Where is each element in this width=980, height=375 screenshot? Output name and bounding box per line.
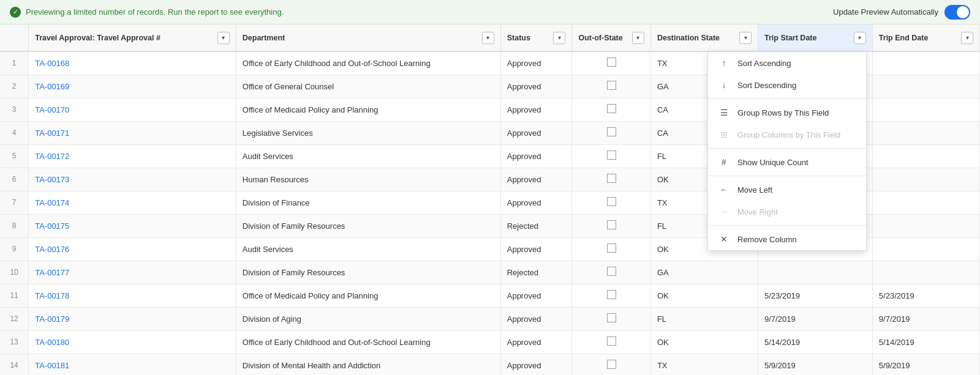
status-value: Approved bbox=[500, 121, 572, 144]
col-header-rownum bbox=[0, 24, 29, 51]
col-header-department: Department ▾ bbox=[236, 24, 500, 51]
remove-column-item[interactable]: ✕ Remove Column bbox=[708, 228, 866, 250]
checkbox-icon[interactable] bbox=[607, 81, 616, 90]
trip-end-date-value: 9/7/2019 bbox=[872, 307, 979, 330]
group-columns-label: Group Columns by This Field bbox=[737, 130, 840, 139]
out-of-state-checkbox[interactable] bbox=[572, 75, 650, 98]
dropdown-divider-1 bbox=[708, 98, 866, 99]
travel-approval-number[interactable]: TA-00179 bbox=[29, 307, 236, 330]
row-number: 4 bbox=[0, 121, 29, 144]
row-number: 12 bbox=[0, 307, 29, 330]
out-of-state-checkbox[interactable] bbox=[572, 237, 650, 261]
travel-approval-number[interactable]: TA-00177 bbox=[29, 261, 236, 284]
out-of-state-checkbox[interactable] bbox=[572, 191, 650, 214]
checkbox-icon[interactable] bbox=[607, 336, 616, 346]
checkbox-icon[interactable] bbox=[607, 58, 616, 67]
trip-end-date-value bbox=[872, 144, 979, 168]
status-value: Approved bbox=[500, 98, 572, 121]
trip-end-date-value bbox=[872, 168, 979, 191]
update-preview-toggle[interactable] bbox=[944, 5, 970, 20]
destination-state-value: TX bbox=[650, 354, 758, 375]
department-value: Audit Services bbox=[236, 144, 500, 168]
dropdown-divider-3 bbox=[708, 176, 866, 176]
department-filter-btn[interactable]: ▾ bbox=[482, 32, 494, 44]
dropdown-divider-4 bbox=[708, 225, 866, 226]
destination-state-filter-btn[interactable]: ▾ bbox=[739, 32, 752, 44]
travel-approval-number[interactable]: TA-00178 bbox=[29, 284, 236, 307]
sort-descending-item[interactable]: ↓ Sort Descending bbox=[708, 74, 866, 96]
move-left-item[interactable]: ← Move Left bbox=[708, 179, 866, 201]
checkbox-icon[interactable] bbox=[607, 220, 616, 229]
status-value: Approved bbox=[500, 168, 572, 191]
group-rows-item[interactable]: ☰ Group Rows by This Field bbox=[708, 102, 866, 124]
col-header-trip-end-date: Trip End Date ▾ bbox=[872, 24, 979, 51]
travel-approval-number[interactable]: TA-00169 bbox=[29, 75, 236, 98]
trip-end-date-value bbox=[872, 75, 979, 98]
department-value: Division of Finance bbox=[236, 191, 500, 214]
checkbox-icon[interactable] bbox=[607, 127, 616, 136]
travel-approval-number[interactable]: TA-00180 bbox=[29, 330, 236, 354]
travel-approval-number[interactable]: TA-00173 bbox=[29, 168, 236, 191]
travel-approval-number[interactable]: TA-00176 bbox=[29, 237, 236, 261]
destination-state-value: GA bbox=[650, 261, 758, 284]
travel-approval-number[interactable]: TA-00172 bbox=[29, 144, 236, 168]
checkbox-icon[interactable] bbox=[607, 243, 616, 253]
checkbox-icon[interactable] bbox=[607, 197, 616, 206]
status-value: Approved bbox=[500, 330, 572, 354]
trip-start-date-value bbox=[758, 261, 873, 284]
checkbox-icon[interactable] bbox=[607, 174, 616, 183]
row-number: 2 bbox=[0, 75, 29, 98]
out-of-state-filter-btn[interactable]: ▾ bbox=[632, 32, 644, 44]
trip-end-date-value bbox=[872, 237, 979, 261]
unique-count-icon: # bbox=[718, 157, 730, 167]
out-of-state-checkbox[interactable] bbox=[572, 168, 650, 191]
department-value: Office of Early Childhood and Out-of-Sch… bbox=[236, 330, 500, 354]
out-of-state-checkbox[interactable] bbox=[572, 98, 650, 121]
remove-column-label: Remove Column bbox=[737, 235, 797, 244]
group-rows-icon: ☰ bbox=[718, 108, 730, 117]
trip-start-date-filter-btn[interactable]: ▾ bbox=[854, 32, 866, 44]
out-of-state-checkbox[interactable] bbox=[572, 121, 650, 144]
row-number: 14 bbox=[0, 354, 29, 375]
checkbox-icon[interactable] bbox=[607, 150, 616, 160]
trip-end-date-value bbox=[872, 51, 979, 75]
status-value: Approved bbox=[500, 191, 572, 214]
sort-ascending-item[interactable]: ↑ Sort Ascending bbox=[708, 52, 866, 74]
trip-start-date-value: 5/23/2019 bbox=[758, 284, 873, 307]
travel-approval-number[interactable]: TA-00170 bbox=[29, 98, 236, 121]
out-of-state-checkbox[interactable] bbox=[572, 214, 650, 237]
checkbox-icon[interactable] bbox=[607, 313, 616, 322]
checkbox-icon[interactable] bbox=[607, 267, 616, 276]
out-of-state-checkbox[interactable] bbox=[572, 354, 650, 375]
show-unique-count-item[interactable]: # Show Unique Count bbox=[708, 151, 866, 173]
checkbox-icon[interactable] bbox=[607, 360, 616, 369]
sort-ascending-icon: ↑ bbox=[718, 58, 730, 68]
sort-descending-label: Sort Descending bbox=[737, 81, 796, 90]
out-of-state-checkbox[interactable] bbox=[572, 284, 650, 307]
checkbox-icon[interactable] bbox=[607, 104, 616, 113]
checkbox-icon[interactable] bbox=[607, 290, 616, 299]
travel-approval-number[interactable]: TA-00174 bbox=[29, 191, 236, 214]
move-right-item: → Move Right bbox=[708, 201, 866, 223]
row-number: 1 bbox=[0, 51, 29, 75]
out-of-state-checkbox[interactable] bbox=[572, 51, 650, 75]
department-value: Office of Medicaid Policy and Planning bbox=[236, 284, 500, 307]
travel-approval-number[interactable]: TA-00168 bbox=[29, 51, 236, 75]
trip-end-date-filter-btn[interactable]: ▾ bbox=[961, 32, 973, 44]
out-of-state-checkbox[interactable] bbox=[572, 307, 650, 330]
row-number: 10 bbox=[0, 261, 29, 284]
out-of-state-checkbox[interactable] bbox=[572, 330, 650, 354]
out-of-state-checkbox[interactable] bbox=[572, 144, 650, 168]
travel-approval-number[interactable]: TA-00181 bbox=[29, 354, 236, 375]
out-of-state-checkbox[interactable] bbox=[572, 261, 650, 284]
trip-end-date-value bbox=[872, 191, 979, 214]
travel-approval-number[interactable]: TA-00171 bbox=[29, 121, 236, 144]
status-value: Rejected bbox=[500, 261, 572, 284]
trip-end-date-value bbox=[872, 261, 979, 284]
row-number: 11 bbox=[0, 284, 29, 307]
travel-approval-filter-btn[interactable]: ▾ bbox=[217, 32, 230, 44]
status-filter-btn[interactable]: ▾ bbox=[553, 32, 565, 44]
trip-end-date-value: 5/9/2019 bbox=[872, 354, 979, 375]
destination-state-value: FL bbox=[650, 307, 758, 330]
travel-approval-number[interactable]: TA-00175 bbox=[29, 214, 236, 237]
